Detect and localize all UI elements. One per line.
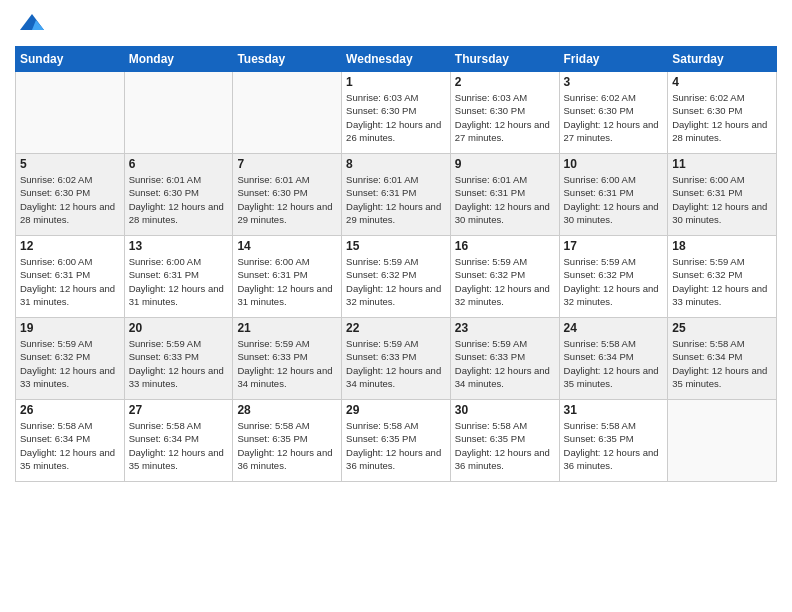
day-info: Sunrise: 6:01 AMSunset: 6:30 PMDaylight:… (237, 173, 337, 226)
calendar-cell: 17Sunrise: 5:59 AMSunset: 6:32 PMDayligh… (559, 236, 668, 318)
day-info: Sunrise: 5:59 AMSunset: 6:33 PMDaylight:… (346, 337, 446, 390)
day-info: Sunrise: 6:02 AMSunset: 6:30 PMDaylight:… (672, 91, 772, 144)
calendar-cell (233, 72, 342, 154)
day-number: 23 (455, 321, 555, 335)
day-number: 22 (346, 321, 446, 335)
day-info: Sunrise: 5:59 AMSunset: 6:33 PMDaylight:… (129, 337, 229, 390)
calendar-cell: 22Sunrise: 5:59 AMSunset: 6:33 PMDayligh… (342, 318, 451, 400)
calendar-cell: 25Sunrise: 5:58 AMSunset: 6:34 PMDayligh… (668, 318, 777, 400)
logo (15, 10, 46, 38)
day-number: 4 (672, 75, 772, 89)
calendar-cell: 10Sunrise: 6:00 AMSunset: 6:31 PMDayligh… (559, 154, 668, 236)
calendar-cell: 30Sunrise: 5:58 AMSunset: 6:35 PMDayligh… (450, 400, 559, 482)
calendar-header-row: SundayMondayTuesdayWednesdayThursdayFrid… (16, 47, 777, 72)
day-info: Sunrise: 6:00 AMSunset: 6:31 PMDaylight:… (564, 173, 664, 226)
calendar-cell: 4Sunrise: 6:02 AMSunset: 6:30 PMDaylight… (668, 72, 777, 154)
calendar-cell: 14Sunrise: 6:00 AMSunset: 6:31 PMDayligh… (233, 236, 342, 318)
day-info: Sunrise: 5:59 AMSunset: 6:33 PMDaylight:… (455, 337, 555, 390)
day-info: Sunrise: 6:03 AMSunset: 6:30 PMDaylight:… (455, 91, 555, 144)
calendar-cell: 5Sunrise: 6:02 AMSunset: 6:30 PMDaylight… (16, 154, 125, 236)
calendar-day-header: Wednesday (342, 47, 451, 72)
calendar-cell: 9Sunrise: 6:01 AMSunset: 6:31 PMDaylight… (450, 154, 559, 236)
calendar-day-header: Tuesday (233, 47, 342, 72)
calendar-day-header: Friday (559, 47, 668, 72)
day-info: Sunrise: 6:02 AMSunset: 6:30 PMDaylight:… (564, 91, 664, 144)
calendar-cell: 31Sunrise: 5:58 AMSunset: 6:35 PMDayligh… (559, 400, 668, 482)
day-info: Sunrise: 6:01 AMSunset: 6:31 PMDaylight:… (346, 173, 446, 226)
calendar-week-row: 1Sunrise: 6:03 AMSunset: 6:30 PMDaylight… (16, 72, 777, 154)
day-number: 15 (346, 239, 446, 253)
day-info: Sunrise: 6:00 AMSunset: 6:31 PMDaylight:… (672, 173, 772, 226)
calendar-cell: 23Sunrise: 5:59 AMSunset: 6:33 PMDayligh… (450, 318, 559, 400)
day-number: 16 (455, 239, 555, 253)
calendar-cell: 11Sunrise: 6:00 AMSunset: 6:31 PMDayligh… (668, 154, 777, 236)
calendar-cell: 18Sunrise: 5:59 AMSunset: 6:32 PMDayligh… (668, 236, 777, 318)
day-info: Sunrise: 5:59 AMSunset: 6:32 PMDaylight:… (346, 255, 446, 308)
day-info: Sunrise: 5:58 AMSunset: 6:34 PMDaylight:… (129, 419, 229, 472)
day-number: 9 (455, 157, 555, 171)
day-number: 17 (564, 239, 664, 253)
day-info: Sunrise: 5:58 AMSunset: 6:35 PMDaylight:… (346, 419, 446, 472)
calendar-week-row: 5Sunrise: 6:02 AMSunset: 6:30 PMDaylight… (16, 154, 777, 236)
day-number: 10 (564, 157, 664, 171)
day-number: 11 (672, 157, 772, 171)
day-info: Sunrise: 5:59 AMSunset: 6:32 PMDaylight:… (564, 255, 664, 308)
calendar-week-row: 26Sunrise: 5:58 AMSunset: 6:34 PMDayligh… (16, 400, 777, 482)
day-info: Sunrise: 5:59 AMSunset: 6:32 PMDaylight:… (672, 255, 772, 308)
day-number: 21 (237, 321, 337, 335)
day-number: 1 (346, 75, 446, 89)
calendar-cell: 28Sunrise: 5:58 AMSunset: 6:35 PMDayligh… (233, 400, 342, 482)
day-info: Sunrise: 6:00 AMSunset: 6:31 PMDaylight:… (129, 255, 229, 308)
day-number: 6 (129, 157, 229, 171)
page: SundayMondayTuesdayWednesdayThursdayFrid… (0, 0, 792, 612)
calendar-cell (124, 72, 233, 154)
day-number: 12 (20, 239, 120, 253)
logo-icon (18, 10, 46, 38)
calendar-cell (16, 72, 125, 154)
day-info: Sunrise: 5:59 AMSunset: 6:32 PMDaylight:… (455, 255, 555, 308)
day-info: Sunrise: 6:03 AMSunset: 6:30 PMDaylight:… (346, 91, 446, 144)
day-info: Sunrise: 6:01 AMSunset: 6:30 PMDaylight:… (129, 173, 229, 226)
day-info: Sunrise: 5:58 AMSunset: 6:35 PMDaylight:… (455, 419, 555, 472)
day-info: Sunrise: 5:58 AMSunset: 6:34 PMDaylight:… (20, 419, 120, 472)
day-number: 31 (564, 403, 664, 417)
day-number: 30 (455, 403, 555, 417)
day-number: 14 (237, 239, 337, 253)
day-info: Sunrise: 6:00 AMSunset: 6:31 PMDaylight:… (237, 255, 337, 308)
day-number: 19 (20, 321, 120, 335)
day-info: Sunrise: 5:58 AMSunset: 6:35 PMDaylight:… (237, 419, 337, 472)
day-info: Sunrise: 5:59 AMSunset: 6:33 PMDaylight:… (237, 337, 337, 390)
calendar-cell (668, 400, 777, 482)
calendar-cell: 15Sunrise: 5:59 AMSunset: 6:32 PMDayligh… (342, 236, 451, 318)
calendar-cell: 1Sunrise: 6:03 AMSunset: 6:30 PMDaylight… (342, 72, 451, 154)
calendar-cell: 7Sunrise: 6:01 AMSunset: 6:30 PMDaylight… (233, 154, 342, 236)
calendar-week-row: 19Sunrise: 5:59 AMSunset: 6:32 PMDayligh… (16, 318, 777, 400)
day-info: Sunrise: 6:01 AMSunset: 6:31 PMDaylight:… (455, 173, 555, 226)
day-info: Sunrise: 5:58 AMSunset: 6:35 PMDaylight:… (564, 419, 664, 472)
calendar-cell: 19Sunrise: 5:59 AMSunset: 6:32 PMDayligh… (16, 318, 125, 400)
calendar-cell: 29Sunrise: 5:58 AMSunset: 6:35 PMDayligh… (342, 400, 451, 482)
day-number: 13 (129, 239, 229, 253)
day-info: Sunrise: 5:58 AMSunset: 6:34 PMDaylight:… (672, 337, 772, 390)
day-number: 29 (346, 403, 446, 417)
day-number: 20 (129, 321, 229, 335)
calendar-cell: 12Sunrise: 6:00 AMSunset: 6:31 PMDayligh… (16, 236, 125, 318)
day-number: 7 (237, 157, 337, 171)
calendar-cell: 26Sunrise: 5:58 AMSunset: 6:34 PMDayligh… (16, 400, 125, 482)
day-info: Sunrise: 5:58 AMSunset: 6:34 PMDaylight:… (564, 337, 664, 390)
header (15, 10, 777, 38)
day-number: 3 (564, 75, 664, 89)
calendar-day-header: Thursday (450, 47, 559, 72)
day-number: 26 (20, 403, 120, 417)
calendar-cell: 16Sunrise: 5:59 AMSunset: 6:32 PMDayligh… (450, 236, 559, 318)
day-info: Sunrise: 6:02 AMSunset: 6:30 PMDaylight:… (20, 173, 120, 226)
calendar-cell: 24Sunrise: 5:58 AMSunset: 6:34 PMDayligh… (559, 318, 668, 400)
calendar-cell: 27Sunrise: 5:58 AMSunset: 6:34 PMDayligh… (124, 400, 233, 482)
calendar-cell: 3Sunrise: 6:02 AMSunset: 6:30 PMDaylight… (559, 72, 668, 154)
day-number: 27 (129, 403, 229, 417)
day-number: 28 (237, 403, 337, 417)
calendar-cell: 8Sunrise: 6:01 AMSunset: 6:31 PMDaylight… (342, 154, 451, 236)
calendar-cell: 2Sunrise: 6:03 AMSunset: 6:30 PMDaylight… (450, 72, 559, 154)
day-number: 2 (455, 75, 555, 89)
day-number: 25 (672, 321, 772, 335)
